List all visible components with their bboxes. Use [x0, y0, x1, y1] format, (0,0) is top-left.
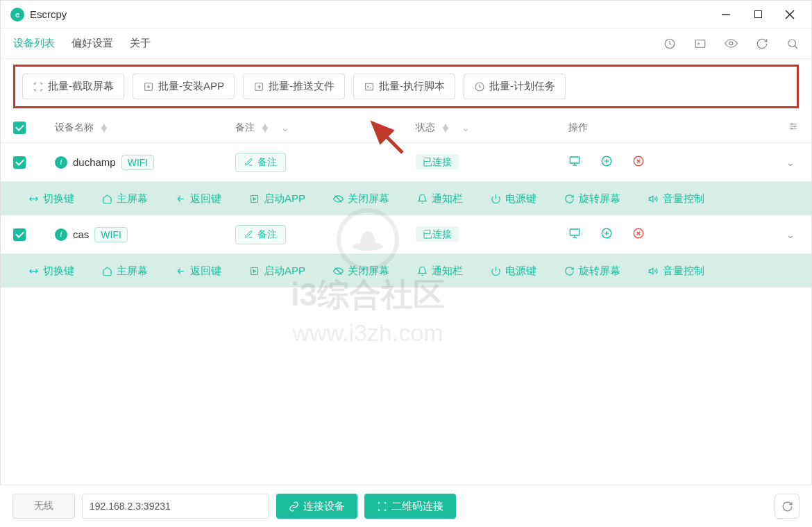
action-close-screen[interactable]: 关闭屏幕	[333, 265, 389, 278]
action-notification[interactable]: 通知栏	[417, 265, 463, 278]
action-back[interactable]: 返回键	[176, 192, 221, 206]
close-button[interactable]	[774, 3, 806, 26]
app-title: Escrcpy	[30, 8, 67, 20]
connection-mode[interactable]: 无线	[12, 494, 75, 519]
chevron-down-icon[interactable]: ⌄	[281, 122, 289, 133]
action-home[interactable]: 主屏幕	[102, 192, 148, 206]
batch-push-button[interactable]: 批量-推送文件	[243, 74, 345, 99]
batch-install-button[interactable]: 批量-安装APP	[133, 74, 235, 99]
action-rotate[interactable]: 旋转屏幕	[564, 265, 620, 278]
svg-rect-29	[570, 229, 580, 235]
sort-icon: ▲▼	[260, 124, 270, 131]
maximize-button[interactable]	[742, 3, 774, 26]
batch-screenshot-button[interactable]: 批量-截取屏幕	[22, 74, 124, 99]
svg-rect-18	[570, 157, 580, 163]
eye-icon[interactable]	[725, 37, 738, 50]
device-name: cas	[73, 228, 89, 240]
chevron-down-icon[interactable]: ⌄	[462, 122, 470, 133]
sort-icon: ▲▼	[99, 124, 109, 131]
remark-button[interactable]: 备注	[235, 225, 286, 244]
sort-icon: ▲▼	[441, 124, 450, 131]
table-row: i duchamp WIFI 备注 已连接 ⌄	[1, 143, 811, 182]
header-remark[interactable]: 备注▲▼ ⌄	[235, 122, 416, 134]
action-rotate[interactable]: 旋转屏幕	[564, 192, 620, 206]
svg-rect-10	[366, 83, 373, 90]
action-row: 切换键 主屏幕 返回键 启动APP 关闭屏幕 通知栏 电源键 旋转屏幕 音量控制	[1, 254, 811, 287]
tab-preferences[interactable]: 偏好设置	[71, 37, 113, 50]
svg-point-6	[788, 40, 796, 47]
header-status[interactable]: 状态▲▼ ⌄	[416, 122, 568, 134]
row-checkbox[interactable]	[13, 156, 26, 169]
device-name: duchamp	[73, 156, 116, 168]
tab-row: 设备列表 偏好设置 关于	[1, 28, 811, 59]
titlebar: e Escrcpy	[1, 1, 811, 28]
status-badge: 已连接	[416, 154, 459, 169]
history-icon[interactable]	[663, 37, 676, 50]
svg-rect-27	[251, 195, 258, 202]
remark-button[interactable]: 备注	[235, 153, 286, 172]
action-switch-key[interactable]: 切换键	[28, 265, 74, 278]
svg-point-15	[791, 124, 793, 125]
screen-icon[interactable]	[568, 227, 581, 242]
info-icon[interactable]: i	[55, 156, 67, 169]
remove-icon[interactable]	[632, 227, 645, 242]
select-all-checkbox[interactable]	[13, 122, 26, 134]
action-notification[interactable]: 通知栏	[417, 192, 463, 206]
batch-screenshot-label: 批量-截取屏幕	[48, 80, 114, 93]
svg-point-16	[794, 126, 795, 127]
search-icon[interactable]	[786, 37, 799, 50]
table-row: i cas WIFI 备注 已连接 ⌄	[1, 215, 811, 254]
action-volume[interactable]: 音量控制	[648, 192, 704, 206]
terminal-icon[interactable]	[694, 37, 707, 50]
app-logo: e	[10, 8, 24, 22]
info-icon[interactable]: i	[55, 228, 67, 241]
svg-rect-4	[695, 40, 705, 47]
svg-line-7	[795, 46, 797, 49]
tab-about[interactable]: 关于	[130, 37, 151, 50]
batch-actions-highlight: 批量-截取屏幕 批量-安装APP 批量-推送文件 批量-执行脚本 批量-计划任务	[13, 65, 799, 108]
connect-button[interactable]: 连接设备	[276, 494, 357, 519]
footer: 无线 连接设备 二维码连接	[0, 485, 812, 527]
action-row: 切换键 主屏幕 返回键 启动APP 关闭屏幕 通知栏 电源键 旋转屏幕 音量控制	[1, 182, 811, 215]
batch-install-label: 批量-安装APP	[158, 80, 224, 93]
batch-schedule-label: 批量-计划任务	[489, 80, 555, 93]
collapse-icon[interactable]: ⌄	[735, 229, 799, 240]
settings-icon[interactable]	[788, 121, 799, 134]
action-back[interactable]: 返回键	[176, 265, 221, 278]
remove-icon[interactable]	[632, 155, 645, 169]
header-operate: 操作	[568, 122, 735, 134]
batch-script-button[interactable]: 批量-执行脚本	[353, 74, 455, 99]
wifi-badge: WIFI	[121, 155, 155, 170]
status-badge: 已连接	[416, 226, 459, 242]
action-launch-app[interactable]: 启动APP	[249, 192, 305, 206]
svg-rect-38	[251, 267, 258, 274]
svg-point-17	[791, 128, 793, 129]
header-name[interactable]: 设备名称▲▼	[55, 122, 235, 134]
minimize-button[interactable]	[710, 3, 742, 26]
tab-device-list[interactable]: 设备列表	[13, 37, 55, 50]
wifi-badge: WIFI	[94, 227, 128, 242]
collapse-icon[interactable]: ⌄	[735, 157, 799, 168]
action-volume[interactable]: 音量控制	[648, 265, 704, 278]
action-power[interactable]: 电源键	[491, 192, 536, 206]
screen-icon[interactable]	[568, 155, 581, 169]
batch-script-label: 批量-执行脚本	[379, 80, 445, 93]
action-home[interactable]: 主屏幕	[102, 265, 148, 278]
batch-schedule-button[interactable]: 批量-计划任务	[464, 74, 566, 99]
action-launch-app[interactable]: 启动APP	[249, 265, 305, 278]
action-close-screen[interactable]: 关闭屏幕	[333, 192, 389, 206]
add-icon[interactable]	[600, 227, 613, 242]
action-switch-key[interactable]: 切换键	[28, 192, 74, 206]
address-input[interactable]	[82, 494, 269, 519]
refresh-icon[interactable]	[756, 37, 768, 50]
table-header: 设备名称▲▼ 备注▲▼ ⌄ 状态▲▼ ⌄ 操作	[1, 112, 811, 143]
row-checkbox[interactable]	[13, 228, 26, 241]
refresh-button[interactable]	[775, 494, 800, 519]
qr-connect-button[interactable]: 二维码连接	[364, 494, 456, 519]
action-power[interactable]: 电源键	[491, 265, 536, 278]
batch-push-label: 批量-推送文件	[269, 80, 335, 93]
add-icon[interactable]	[600, 155, 613, 169]
svg-point-5	[729, 42, 733, 45]
